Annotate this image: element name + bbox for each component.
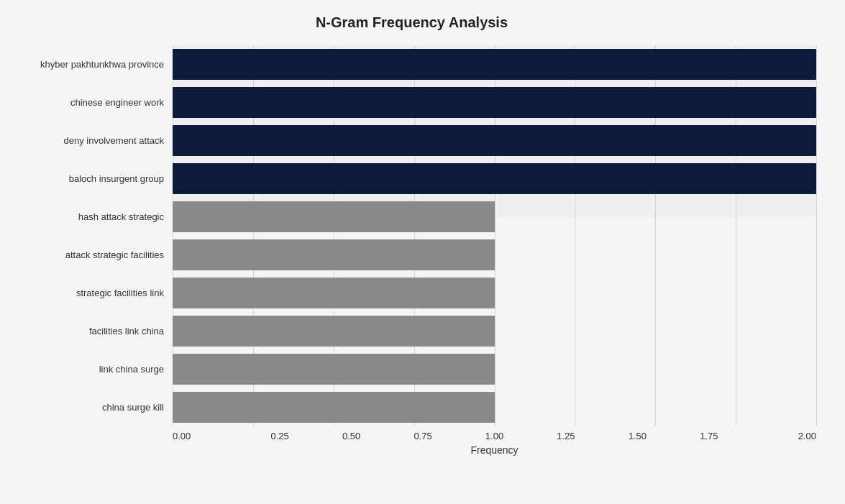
chart-title: N-Gram Frequency Analysis [7,14,816,31]
x-tick-6: 1.50 [602,431,673,441]
bar-row-2 [173,122,816,160]
bar-row-9 [173,388,816,426]
bar-fill-3 [173,163,816,194]
chart-container: N-Gram Frequency Analysis khyber pakhtun… [0,0,845,504]
x-tick-8: 2.00 [745,431,816,441]
plot-area [173,45,816,426]
x-axis-labels: 0.000.250.500.751.001.251.501.752.00 [173,431,816,441]
bar-row-7 [173,312,816,350]
y-label-4: hash attack strategic [7,198,173,236]
y-label-7: facilities link china [7,312,173,350]
y-label-5: attack strategic facilities [7,236,173,274]
bar-fill-2 [173,125,816,156]
bar-row-6 [173,274,816,312]
bar-fill-8 [173,354,495,385]
bar-fill-6 [173,278,495,308]
y-label-3: baloch insurgent group [7,160,173,198]
grid-line [816,45,817,426]
y-label-2: deny involvement attack [7,122,173,160]
bar-row-0 [173,45,816,83]
y-label-8: link china surge [7,350,173,388]
x-tick-5: 1.25 [530,431,601,441]
bar-fill-5 [173,239,495,270]
bar-fill-4 [173,201,495,232]
bar-row-8 [173,350,816,388]
x-tick-4: 1.00 [459,431,530,441]
y-label-0: khyber pakhtunkhwa province [7,45,173,83]
bar-fill-7 [173,316,495,347]
x-tick-3: 0.75 [387,431,458,441]
x-tick-7: 1.75 [673,431,744,441]
bar-row-4 [173,198,816,236]
bar-fill-9 [173,392,495,423]
bar-fill-0 [173,49,816,80]
y-label-6: strategic facilities link [7,274,173,312]
y-axis-labels: khyber pakhtunkhwa provincechinese engin… [7,45,173,426]
x-tick-1: 0.25 [244,431,315,441]
y-label-9: china surge kill [7,388,173,426]
bar-row-5 [173,236,816,274]
bar-fill-1 [173,87,816,118]
y-label-1: chinese engineer work [7,83,173,122]
x-axis-title: Frequency [173,444,816,456]
bar-row-3 [173,160,816,198]
bar-row-1 [173,83,816,122]
x-tick-0: 0.00 [173,431,244,441]
x-tick-2: 0.50 [316,431,387,441]
